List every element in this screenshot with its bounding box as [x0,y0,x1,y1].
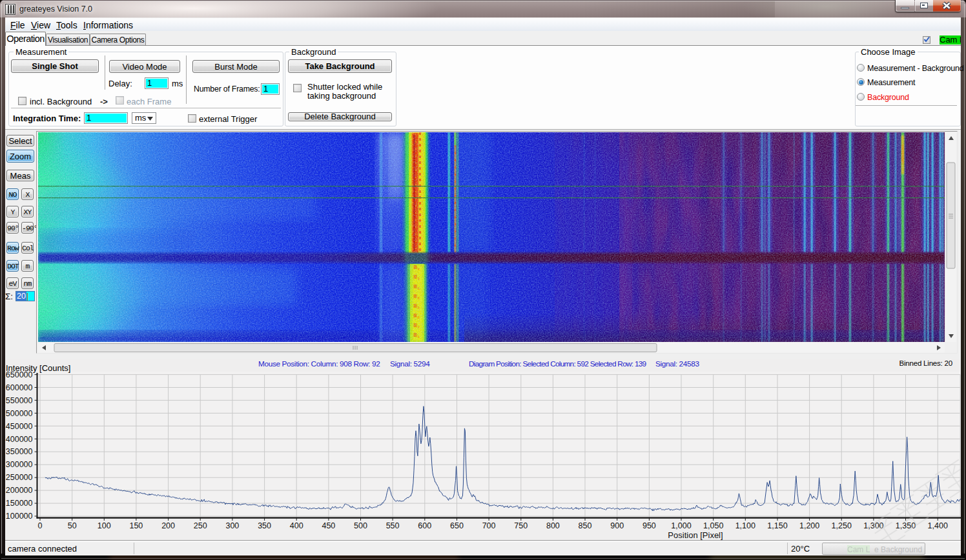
svg-text:950: 950 [642,521,656,530]
svg-text:0: 0 [38,521,43,530]
svg-text:300000: 300000 [6,460,33,469]
svg-text:1,050: 1,050 [703,521,723,530]
svg-text:1,000: 1,000 [671,521,691,530]
svg-text:100000: 100000 [6,512,33,521]
svg-text:200000: 200000 [6,486,33,495]
svg-text:1,150: 1,150 [767,521,787,530]
svg-text:650: 650 [450,521,464,530]
svg-text:1,400: 1,400 [928,521,948,530]
svg-text:200: 200 [161,521,175,530]
svg-text:500: 500 [354,521,367,530]
svg-text:850: 850 [579,521,592,530]
svg-text:300: 300 [225,521,239,530]
svg-text:100: 100 [98,521,111,530]
svg-text:550: 550 [386,521,400,530]
svg-text:550000: 550000 [6,396,33,405]
svg-text:1,100: 1,100 [735,521,755,530]
svg-text:450000: 450000 [6,422,33,431]
svg-text:800: 800 [546,521,560,530]
svg-text:600000: 600000 [6,383,33,392]
svg-text:250: 250 [194,521,207,530]
svg-text:600: 600 [418,521,431,530]
svg-text:150: 150 [129,521,143,530]
svg-text:1,350: 1,350 [896,521,916,530]
svg-text:1,200: 1,200 [799,521,819,530]
svg-text:50: 50 [68,521,77,530]
svg-text:350000: 350000 [6,447,33,456]
svg-text:700: 700 [482,521,496,530]
svg-text:250000: 250000 [6,473,33,482]
svg-text:450: 450 [322,521,335,530]
svg-text:400000: 400000 [6,435,33,444]
svg-text:900: 900 [610,521,624,530]
svg-text:750: 750 [514,521,528,530]
svg-text:350: 350 [258,521,271,530]
svg-text:500000: 500000 [6,409,33,418]
svg-text:400: 400 [290,521,303,530]
svg-text:150000: 150000 [6,499,33,508]
svg-text:1,250: 1,250 [832,521,852,530]
svg-text:Position [Pixel]: Position [Pixel] [668,530,723,540]
